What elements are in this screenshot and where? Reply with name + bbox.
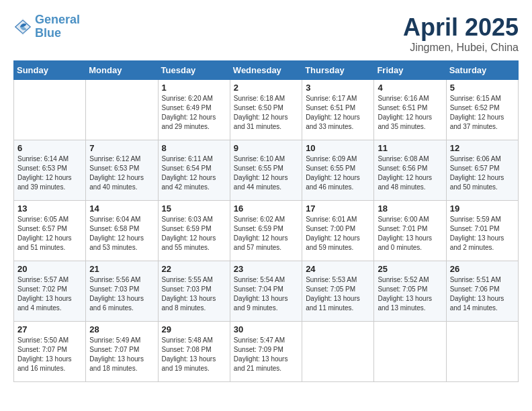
day-info: Sunrise: 6:01 AM Sunset: 7:00 PM Dayligh… (306, 215, 370, 253)
calendar-cell: 9Sunrise: 6:10 AM Sunset: 6:55 PM Daylig… (230, 140, 302, 201)
day-number: 13 (17, 203, 82, 214)
calendar-cell: 8Sunrise: 6:11 AM Sunset: 6:54 PM Daylig… (158, 140, 230, 201)
calendar-cell: 19Sunrise: 5:59 AM Sunset: 7:01 PM Dayli… (446, 201, 518, 261)
day-number: 24 (306, 264, 370, 274)
calendar-cell: 21Sunrise: 5:56 AM Sunset: 7:03 PM Dayli… (86, 261, 158, 322)
day-info: Sunrise: 6:09 AM Sunset: 6:55 PM Dayligh… (306, 154, 370, 192)
calendar-cell: 23Sunrise: 5:54 AM Sunset: 7:04 PM Dayli… (230, 261, 302, 322)
day-info: Sunrise: 5:51 AM Sunset: 7:06 PM Dayligh… (450, 275, 515, 313)
day-header-tuesday: Tuesday (158, 61, 230, 80)
day-header-saturday: Saturday (446, 61, 518, 80)
day-number: 25 (378, 264, 442, 274)
day-info: Sunrise: 6:08 AM Sunset: 6:56 PM Dayligh… (378, 154, 442, 192)
calendar-cell (86, 80, 158, 140)
calendar-cell: 27Sunrise: 5:50 AM Sunset: 7:07 PM Dayli… (14, 322, 86, 382)
calendar-cell: 17Sunrise: 6:01 AM Sunset: 7:00 PM Dayli… (302, 201, 374, 261)
day-number: 26 (450, 264, 515, 274)
day-info: Sunrise: 5:49 AM Sunset: 7:07 PM Dayligh… (89, 336, 154, 373)
calendar-cell: 30Sunrise: 5:47 AM Sunset: 7:09 PM Dayli… (230, 322, 302, 382)
day-number: 14 (89, 203, 154, 214)
calendar-cell: 15Sunrise: 6:03 AM Sunset: 6:59 PM Dayli… (158, 201, 230, 261)
calendar-cell: 18Sunrise: 6:00 AM Sunset: 7:01 PM Dayli… (374, 201, 446, 261)
calendar-cell: 25Sunrise: 5:52 AM Sunset: 7:05 PM Dayli… (374, 261, 446, 322)
day-header-wednesday: Wednesday (230, 61, 302, 80)
day-number: 30 (234, 324, 298, 334)
day-info: Sunrise: 6:20 AM Sunset: 6:49 PM Dayligh… (162, 94, 226, 132)
day-info: Sunrise: 6:16 AM Sunset: 6:51 PM Dayligh… (378, 94, 442, 132)
calendar-cell: 1Sunrise: 6:20 AM Sunset: 6:49 PM Daylig… (158, 80, 230, 140)
page-header: General Blue April 2025 Jingmen, Hubei, … (13, 13, 519, 54)
day-info: Sunrise: 5:54 AM Sunset: 7:04 PM Dayligh… (234, 275, 298, 313)
calendar-cell (14, 80, 86, 140)
day-number: 16 (234, 203, 298, 214)
day-number: 21 (89, 264, 154, 274)
calendar-cell (374, 322, 446, 382)
calendar-header-row: SundayMondayTuesdayWednesdayThursdayFrid… (14, 61, 519, 80)
calendar-table: SundayMondayTuesdayWednesdayThursdayFrid… (13, 60, 519, 382)
day-info: Sunrise: 5:48 AM Sunset: 7:08 PM Dayligh… (162, 336, 226, 373)
calendar-cell: 29Sunrise: 5:48 AM Sunset: 7:08 PM Dayli… (158, 322, 230, 382)
calendar-cell: 16Sunrise: 6:02 AM Sunset: 6:59 PM Dayli… (230, 201, 302, 261)
day-info: Sunrise: 6:02 AM Sunset: 6:59 PM Dayligh… (234, 215, 298, 253)
day-info: Sunrise: 5:57 AM Sunset: 7:02 PM Dayligh… (17, 275, 82, 313)
day-number: 6 (17, 143, 82, 153)
day-number: 18 (378, 203, 442, 214)
calendar-week-3: 13Sunrise: 6:05 AM Sunset: 6:57 PM Dayli… (14, 201, 519, 261)
calendar-cell: 26Sunrise: 5:51 AM Sunset: 7:06 PM Dayli… (446, 261, 518, 322)
calendar-body: 1Sunrise: 6:20 AM Sunset: 6:49 PM Daylig… (14, 80, 519, 382)
day-info: Sunrise: 6:14 AM Sunset: 6:53 PM Dayligh… (17, 154, 82, 192)
day-number: 29 (162, 324, 226, 334)
logo-blue: Blue (35, 26, 61, 40)
calendar-cell: 7Sunrise: 6:12 AM Sunset: 6:53 PM Daylig… (86, 140, 158, 201)
day-info: Sunrise: 6:05 AM Sunset: 6:57 PM Dayligh… (17, 215, 82, 253)
day-info: Sunrise: 6:06 AM Sunset: 6:57 PM Dayligh… (450, 154, 515, 192)
calendar-cell: 2Sunrise: 6:18 AM Sunset: 6:50 PM Daylig… (230, 80, 302, 140)
calendar-week-5: 27Sunrise: 5:50 AM Sunset: 7:07 PM Dayli… (14, 322, 519, 382)
day-number: 8 (162, 143, 226, 153)
day-info: Sunrise: 6:03 AM Sunset: 6:59 PM Dayligh… (162, 215, 226, 253)
day-number: 9 (234, 143, 298, 153)
day-info: Sunrise: 6:11 AM Sunset: 6:54 PM Dayligh… (162, 154, 226, 192)
day-number: 3 (306, 83, 370, 93)
day-info: Sunrise: 5:52 AM Sunset: 7:05 PM Dayligh… (378, 275, 442, 313)
title-block: April 2025 Jingmen, Hubei, China (403, 13, 519, 54)
day-header-sunday: Sunday (14, 61, 86, 80)
logo: General Blue (13, 13, 80, 40)
day-info: Sunrise: 6:15 AM Sunset: 6:52 PM Dayligh… (450, 94, 515, 132)
day-info: Sunrise: 5:53 AM Sunset: 7:05 PM Dayligh… (306, 275, 370, 313)
calendar-cell: 6Sunrise: 6:14 AM Sunset: 6:53 PM Daylig… (14, 140, 86, 201)
day-info: Sunrise: 6:10 AM Sunset: 6:55 PM Dayligh… (234, 154, 298, 192)
day-header-monday: Monday (86, 61, 158, 80)
calendar-cell: 22Sunrise: 5:55 AM Sunset: 7:03 PM Dayli… (158, 261, 230, 322)
day-info: Sunrise: 5:55 AM Sunset: 7:03 PM Dayligh… (162, 275, 226, 313)
calendar-cell: 4Sunrise: 6:16 AM Sunset: 6:51 PM Daylig… (374, 80, 446, 140)
day-header-friday: Friday (374, 61, 446, 80)
day-number: 4 (378, 83, 442, 93)
day-number: 12 (450, 143, 515, 153)
calendar-cell: 14Sunrise: 6:04 AM Sunset: 6:58 PM Dayli… (86, 201, 158, 261)
day-number: 27 (17, 324, 82, 334)
month-title: April 2025 (403, 13, 519, 42)
calendar-cell: 28Sunrise: 5:49 AM Sunset: 7:07 PM Dayli… (86, 322, 158, 382)
day-info: Sunrise: 5:47 AM Sunset: 7:09 PM Dayligh… (234, 336, 298, 373)
calendar-cell (446, 322, 518, 382)
day-number: 2 (234, 83, 298, 93)
day-info: Sunrise: 6:04 AM Sunset: 6:58 PM Dayligh… (89, 215, 154, 253)
calendar-week-4: 20Sunrise: 5:57 AM Sunset: 7:02 PM Dayli… (14, 261, 519, 322)
calendar-cell: 20Sunrise: 5:57 AM Sunset: 7:02 PM Dayli… (14, 261, 86, 322)
day-number: 23 (234, 264, 298, 274)
calendar-cell: 13Sunrise: 6:05 AM Sunset: 6:57 PM Dayli… (14, 201, 86, 261)
day-info: Sunrise: 5:50 AM Sunset: 7:07 PM Dayligh… (17, 336, 82, 373)
calendar-cell (302, 322, 374, 382)
calendar-cell: 24Sunrise: 5:53 AM Sunset: 7:05 PM Dayli… (302, 261, 374, 322)
day-number: 10 (306, 143, 370, 153)
day-header-thursday: Thursday (302, 61, 374, 80)
calendar-cell: 11Sunrise: 6:08 AM Sunset: 6:56 PM Dayli… (374, 140, 446, 201)
logo-general: General (35, 13, 80, 26)
calendar-week-1: 1Sunrise: 6:20 AM Sunset: 6:49 PM Daylig… (14, 80, 519, 140)
calendar-cell: 10Sunrise: 6:09 AM Sunset: 6:55 PM Dayli… (302, 140, 374, 201)
day-number: 20 (17, 264, 82, 274)
day-number: 1 (162, 83, 226, 93)
calendar-week-2: 6Sunrise: 6:14 AM Sunset: 6:53 PM Daylig… (14, 140, 519, 201)
day-number: 5 (450, 83, 515, 93)
